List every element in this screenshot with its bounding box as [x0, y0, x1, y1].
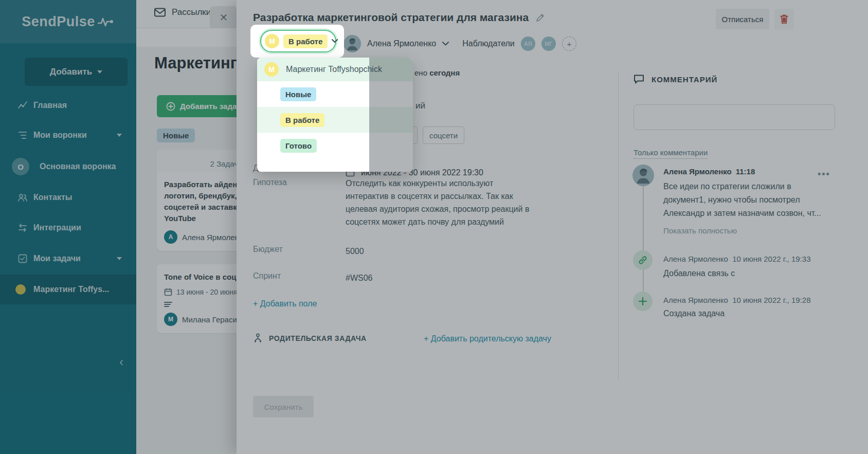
- status-option-badge: Готово: [280, 139, 317, 153]
- status-option-badge: В работе: [280, 113, 324, 127]
- status-option-new[interactable]: Новые: [257, 81, 413, 107]
- status-dropdown-menu: M Маркетинг Toffyshopchick Новые В работ…: [257, 58, 413, 172]
- dropdown-board-label: Маркетинг Toffyshopchick: [286, 65, 382, 74]
- status-dropdown-trigger[interactable]: M В работе: [260, 30, 336, 52]
- dim-overlay[interactable]: [0, 0, 868, 454]
- board-initial-avatar: M: [265, 34, 279, 48]
- chevron-down-icon: [332, 39, 338, 43]
- status-option-done[interactable]: Готово: [257, 133, 413, 158]
- sendpulse-app: SendPulse Добавить Главная Мои воронки O…: [0, 0, 868, 454]
- status-option-badge: Новые: [280, 87, 316, 101]
- dropdown-board-header[interactable]: M Маркетинг Toffyshopchick: [257, 58, 413, 81]
- current-status-badge: В работе: [283, 34, 328, 48]
- board-initial-avatar: M: [264, 62, 279, 77]
- status-option-in-progress[interactable]: В работе: [257, 107, 413, 133]
